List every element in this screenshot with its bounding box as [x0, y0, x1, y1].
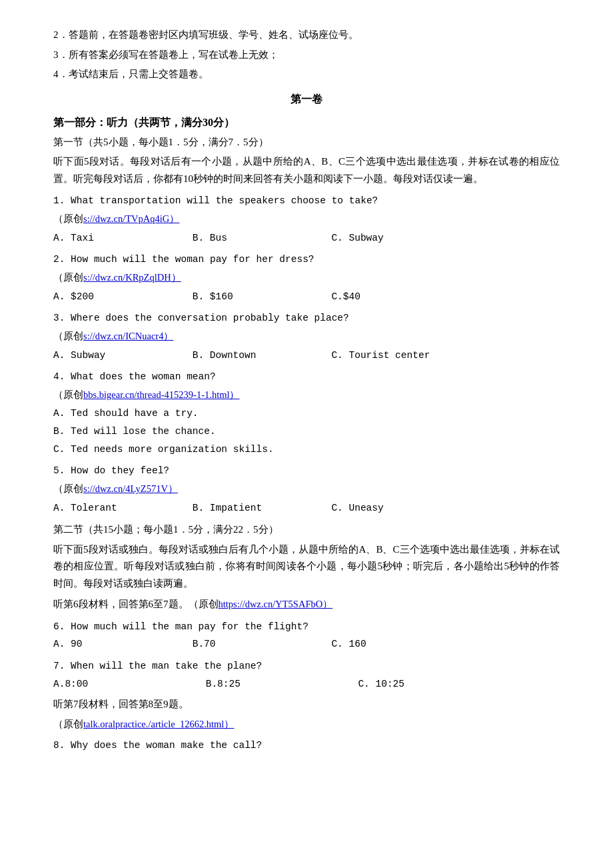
q4-option-b: B. Ted will lose the chance.: [53, 423, 560, 440]
section2-desc: 第二节（共15小题；每小题1．5分，满分22．5分）: [53, 521, 560, 539]
source-4[interactable]: （原创bbs.bigear.cn/thread-415239-1-1.html）: [53, 387, 560, 403]
question-8: 8. Why does the woman make the call?: [53, 737, 560, 754]
q6-option-b: B.70: [193, 636, 326, 653]
question-1: 1. What transportation will the speakers…: [53, 193, 560, 209]
q1-option-a: A. Taxi: [53, 230, 187, 247]
q4-option-a: A. Ted should have a try.: [53, 405, 560, 422]
q2-options: A. $200 B. $160 C.$40: [53, 289, 560, 305]
q1-options: A. Taxi B. Bus C. Subway: [53, 230, 560, 247]
source-2-link[interactable]: s://dwz.cn/KRpZqlDH）: [83, 272, 181, 283]
group2-intro-text: 听第7段材料，回答第8至9题。: [53, 699, 189, 709]
q5-option-c: C. Uneasy: [331, 500, 438, 517]
q7-option-c: C. 10:25: [358, 676, 464, 693]
source-3-text: （原创: [53, 331, 83, 341]
instruction-4: 4．考试结束后，只需上交答题卷。: [53, 66, 560, 83]
q6-options: A. 90 B.70 C. 160: [53, 636, 560, 653]
q3-option-c: C. Tourist center: [331, 347, 438, 364]
section1-desc: 第一节（共5小题，每小题1．5分，满分7．5分）: [53, 134, 560, 151]
volume-title: 第一卷: [53, 90, 560, 108]
listening-group2-intro: 听第7段材料，回答第8至9题。: [53, 696, 560, 713]
q4-option-c: C. Ted needs more organization skills.: [53, 441, 560, 458]
source-3[interactable]: （原创s://dwz.cn/ICNuacr4）: [53, 328, 560, 345]
question-3: 3. Where does the conversation probably …: [53, 310, 560, 327]
instruction-2: 2．答题前，在答题卷密封区内填写班级、学号、姓名、试场座位号。: [53, 27, 560, 44]
source-5-text: （原创: [53, 483, 83, 494]
group1-intro-link[interactable]: https://dwz.cn/YT5SAFbO）: [219, 599, 333, 609]
instructions-section: 2．答题前，在答题卷密封区内填写班级、学号、姓名、试场座位号。 3．所有答案必须…: [53, 27, 560, 83]
q1-option-c: C. Subway: [331, 230, 438, 247]
q3-option-b: B. Downtown: [193, 347, 326, 364]
source-1-text: （原创: [53, 213, 83, 224]
source-2-text: （原创: [53, 272, 83, 283]
q7-options: A.8:00 B.8:25 C. 10:25: [53, 676, 560, 693]
q7-option-a: A.8:00: [53, 676, 187, 693]
group1-intro-text: 听第6段材料，回答第6至7题。（原创: [53, 599, 219, 609]
source-3-link[interactable]: s://dwz.cn/ICNuacr4）: [83, 331, 173, 341]
q3-options: A. Subway B. Downtown C. Tourist center: [53, 347, 560, 364]
question-5: 5. How do they feel?: [53, 463, 560, 479]
q2-option-c: C.$40: [331, 289, 438, 305]
source-group2-link[interactable]: talk.oralpractice./article_12662.html）: [83, 719, 234, 729]
q5-options: A. Tolerant B. Impatient C. Uneasy: [53, 500, 560, 517]
q5-option-b: B. Impatient: [193, 500, 326, 517]
question-4: 4. What does the woman mean?: [53, 369, 560, 385]
q7-option-b: B.8:25: [206, 676, 339, 693]
source-1[interactable]: （原创s://dwz.cn/TVpAq4iG）: [53, 211, 560, 227]
question-6: 6. How much will the man pay for the fli…: [53, 619, 560, 635]
instruction-3: 3．所有答案必须写在答题卷上，写在试卷上无效；: [53, 47, 560, 64]
source-4-text: （原创: [53, 389, 83, 400]
source-group2-text: （原创: [53, 719, 83, 729]
source-1-link[interactable]: s://dwz.cn/TVpAq4iG）: [83, 213, 179, 224]
source-4-link[interactable]: bbs.bigear.cn/thread-415239-1-1.html）: [83, 389, 239, 400]
question-2: 2. How much will the woman pay for her d…: [53, 251, 560, 268]
q2-option-b: B. $160: [193, 289, 326, 305]
q2-option-a: A. $200: [53, 289, 187, 305]
q5-option-a: A. Tolerant: [53, 500, 187, 517]
source-5-link[interactable]: s://dwz.cn/4LyZ571V）: [83, 483, 178, 494]
question-7: 7. When will the man take the plane?: [53, 658, 560, 675]
q1-option-b: B. Bus: [193, 230, 326, 247]
q6-option-a: A. 90: [53, 636, 187, 653]
section1-paragraph: 听下面5段对话。每段对话后有一个小题，从题中所给的A、B、C三个选项中选出最佳选…: [53, 153, 560, 187]
source-group2[interactable]: （原创talk.oralpractice./article_12662.html…: [53, 716, 560, 733]
q3-option-a: A. Subway: [53, 347, 187, 364]
listening-group1-intro: 听第6段材料，回答第6至7题。（原创https://dwz.cn/YT5SAFb…: [53, 596, 560, 613]
part1-title: 第一部分：听力（共两节，满分30分）: [53, 113, 560, 131]
q6-option-c: C. 160: [331, 636, 438, 653]
source-2[interactable]: （原创s://dwz.cn/KRpZqlDH）: [53, 269, 560, 286]
source-5[interactable]: （原创s://dwz.cn/4LyZ571V）: [53, 481, 560, 497]
section2-paragraph1: 听下面5段对话或独白。每段对话或独白后有几个小题，从题中所给的A、B、C三个选项…: [53, 541, 560, 593]
